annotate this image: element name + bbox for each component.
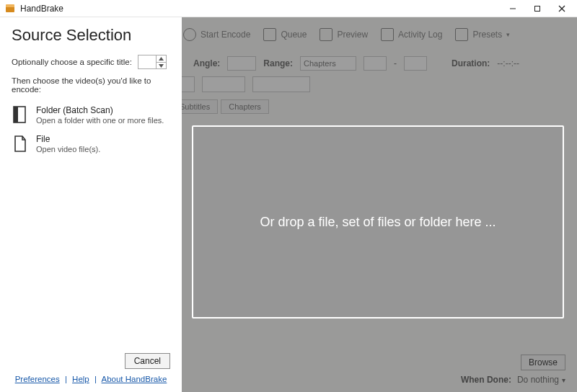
file-option-title: File: [36, 134, 100, 144]
then-choose-label: Then choose the video(s) you'd like to e…: [12, 76, 170, 94]
source-selection-heading: Source Selection: [12, 26, 170, 45]
folder-option-sub: Open a folder with one or more files.: [36, 116, 164, 125]
svg-rect-9: [14, 107, 18, 122]
svg-marker-7: [159, 64, 164, 68]
window-minimize-button[interactable]: [501, 1, 525, 17]
specific-title-down-button[interactable]: [157, 62, 166, 68]
source-option-file[interactable]: File Open video file(s).: [12, 130, 170, 159]
drop-zone[interactable]: Or drop a file, set of files or folder h…: [192, 125, 564, 318]
source-selection-panel: Source Selection Optionally choose a spe…: [0, 17, 182, 392]
cancel-button[interactable]: Cancel: [125, 353, 170, 369]
window-close-button[interactable]: [550, 1, 574, 17]
specific-title-input[interactable]: [138, 58, 156, 66]
specific-title-up-button[interactable]: [157, 55, 166, 62]
file-option-sub: Open video file(s).: [36, 145, 100, 153]
svg-rect-3: [535, 6, 540, 11]
preferences-link[interactable]: Preferences: [15, 375, 60, 383]
app-icon: [4, 3, 16, 14]
folder-icon: [12, 105, 29, 125]
link-separator: |: [94, 375, 97, 383]
specific-title-label: Optionally choose a specific title:: [12, 58, 132, 66]
titlebar: HandBrake: [0, 0, 577, 17]
source-option-folder[interactable]: Folder (Batch Scan) Open a folder with o…: [12, 101, 170, 130]
drop-zone-text: Or drop a file, set of files or folder h…: [260, 215, 495, 230]
file-icon: [12, 134, 29, 154]
svg-rect-0: [6, 6, 14, 12]
footer-links: Preferences | Help | About HandBrake: [12, 375, 170, 383]
window-maximize-button[interactable]: [525, 1, 550, 17]
about-link[interactable]: About HandBrake: [102, 375, 167, 383]
specific-title-field[interactable]: [138, 55, 167, 69]
svg-rect-1: [6, 4, 14, 7]
help-link[interactable]: Help: [72, 375, 89, 383]
folder-option-title: Folder (Batch Scan): [36, 105, 164, 115]
link-separator: |: [65, 375, 67, 383]
app-title: HandBrake: [20, 4, 63, 14]
svg-marker-6: [159, 57, 164, 61]
